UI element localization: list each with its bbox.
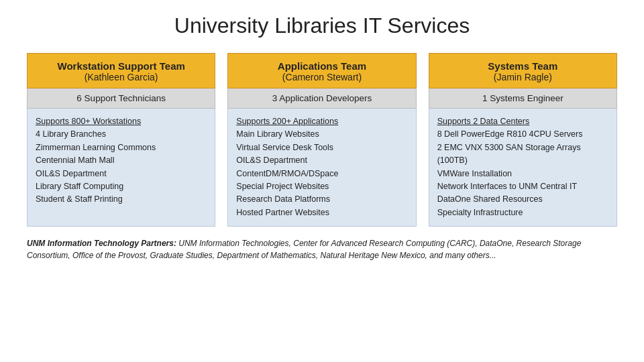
applications-details: Supports 200+ ApplicationsMain Library W…	[227, 109, 416, 227]
detail-item: Network Interfaces to UNM Central IT	[437, 180, 608, 193]
footer-label: UNM Information Technology Partners:	[27, 239, 176, 248]
detail-item: Supports 800+ Workstations	[36, 115, 207, 128]
systems-count: 1 Systems Engineer	[429, 88, 617, 109]
systems-details: Supports 2 Data Centers8 Dell PowerEdge …	[429, 109, 617, 227]
applications-header: Applications Team(Cameron Stewart)	[227, 53, 416, 88]
detail-item: VMWare Installation	[437, 168, 608, 180]
workstation-team-lead: (Kathleen Garcia)	[33, 72, 209, 82]
workstation-count: 6 Support Technicians	[27, 88, 215, 109]
workstation-team-name: Workstation Support Team	[33, 60, 209, 72]
applications-team-name: Applications Team	[233, 60, 410, 72]
detail-item: Hosted Partner Websites	[236, 206, 407, 219]
applications-team-lead: (Cameron Stewart)	[233, 72, 410, 82]
detail-item: 2 EMC VNX 5300 SAN Storage Arrays	[437, 141, 608, 154]
detail-item: Specialty Infrastructure	[437, 206, 608, 219]
detail-item: OIL&S Department	[236, 154, 407, 167]
detail-item: Special Project Websites	[236, 180, 407, 193]
detail-item: Centennial Math Mall	[36, 154, 207, 167]
detail-item: ContentDM/RMOA/DSpace	[236, 168, 407, 180]
applications-count: 3 Application Developers	[227, 88, 416, 109]
systems-header: Systems Team(Jamin Ragle)	[429, 53, 617, 88]
detail-item: (100TB)	[437, 154, 608, 167]
detail-item: Virtual Service Desk Tools	[236, 141, 407, 154]
detail-item: 4 Library Branches	[36, 128, 207, 141]
footer: UNM Information Technology Partners: UNM…	[27, 237, 617, 261]
systems-team-lead: (Jamin Ragle)	[435, 72, 611, 82]
page-title: University Libraries IT Services	[27, 13, 617, 38]
workstation-details: Supports 800+ Workstations4 Library Bran…	[27, 109, 215, 227]
columns-container: Workstation Support Team(Kathleen Garcia…	[27, 53, 617, 227]
workstation-header: Workstation Support Team(Kathleen Garcia…	[27, 53, 215, 88]
systems-team-name: Systems Team	[435, 60, 611, 72]
detail-item: Supports 200+ Applications	[236, 115, 407, 128]
detail-item: OIL&S Department	[36, 168, 207, 180]
detail-item: 8 Dell PowerEdge R810 4CPU Servers	[437, 128, 608, 141]
detail-item: DataOne Shared Resources	[437, 193, 608, 206]
col-applications: Applications Team(Cameron Stewart)3 Appl…	[227, 53, 416, 227]
col-systems: Systems Team(Jamin Ragle)1 Systems Engin…	[429, 53, 617, 227]
detail-item: Zimmerman Learning Commons	[36, 141, 207, 154]
detail-item: Supports 2 Data Centers	[437, 115, 608, 128]
detail-item: Research Data Platforms	[236, 193, 407, 206]
detail-item: Library Staff Computing	[36, 180, 207, 193]
detail-item: Main Library Websites	[236, 128, 407, 141]
detail-item: Student & Staff Printing	[36, 193, 207, 206]
col-workstation: Workstation Support Team(Kathleen Garcia…	[27, 53, 215, 227]
